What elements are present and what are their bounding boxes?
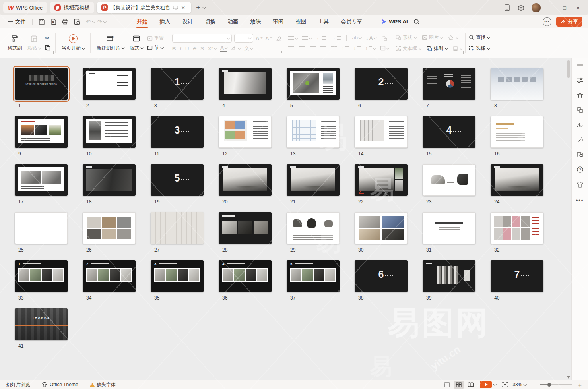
slide-thumbnail-40[interactable]: 7 <box>491 260 543 292</box>
slide-thumbnail-10[interactable] <box>83 116 136 148</box>
zoom-chevron-icon[interactable] <box>524 383 527 386</box>
object-properties-icon[interactable] <box>576 77 584 84</box>
scroll-down-arrow-icon[interactable] <box>567 376 570 379</box>
zoom-percentage[interactable]: 33% <box>512 382 522 387</box>
slide-thumbnail-23[interactable] <box>423 164 475 196</box>
more-panel-icon[interactable]: ••• <box>576 197 584 203</box>
slide-thumbnail-2[interactable] <box>83 68 136 100</box>
theme-button[interactable]: Office Theme <box>39 382 81 387</box>
slide-thumbnail-28[interactable] <box>219 212 272 244</box>
slide-thumbnail-12[interactable] <box>219 116 272 148</box>
slide-thumbnail-11[interactable]: 3 <box>151 116 204 148</box>
print-preview-icon[interactable] <box>74 19 80 25</box>
reading-view-icon[interactable] <box>466 381 476 389</box>
slide-thumbnail-15[interactable]: 4 <box>423 116 475 148</box>
zoom-slider[interactable] <box>540 384 572 385</box>
slide-thumbnail-1[interactable]: INTERIOR PROGRAM DESIGN <box>15 68 68 100</box>
tab-list-chevron-icon[interactable] <box>203 6 206 9</box>
slide-thumbnail-35[interactable]: 3 <box>151 260 204 292</box>
user-avatar[interactable] <box>532 3 541 12</box>
zoom-slider-knob[interactable] <box>547 383 551 387</box>
slide-thumbnail-21[interactable] <box>287 164 340 196</box>
more-tools-icon[interactable]: ••• <box>543 17 551 26</box>
slide-thumbnail-3[interactable]: 1 <box>151 68 204 100</box>
slide-sorter-view-icon[interactable] <box>454 381 464 389</box>
menu-tab-review[interactable]: 审阅 <box>267 15 289 28</box>
slide-thumbnail-31[interactable] <box>423 212 475 244</box>
menu-tab-animation[interactable]: 动画 <box>221 15 244 28</box>
slide-thumbnail-34[interactable]: 2 <box>83 260 136 292</box>
signature-icon[interactable] <box>576 122 584 128</box>
slide-thumbnail-37[interactable]: 5 <box>287 260 340 292</box>
slide-thumbnail-29[interactable] <box>287 212 340 244</box>
play-options-chevron-icon[interactable] <box>493 383 497 386</box>
zoom-in-button[interactable]: + <box>576 381 584 388</box>
slide-thumbnail-20[interactable] <box>219 164 272 196</box>
search-icon[interactable] <box>413 19 420 25</box>
slide-thumbnail-4[interactable] <box>219 68 272 100</box>
slide-thumbnail-41[interactable]: THANKS <box>15 308 68 340</box>
mobile-device-icon[interactable] <box>505 4 510 11</box>
slide-thumbnail-32[interactable] <box>491 212 543 244</box>
cut-icon[interactable]: ✂ <box>45 35 50 41</box>
save-icon[interactable] <box>39 19 45 25</box>
missing-fonts-button[interactable]: 缺失字体 <box>87 381 118 388</box>
new-slide-button[interactable]: 新建幻灯片 <box>94 35 127 52</box>
slide-thumbnail-27[interactable] <box>151 212 204 244</box>
normal-view-icon[interactable] <box>442 381 452 389</box>
file-menu-button[interactable]: 文件 <box>5 18 29 25</box>
slide-thumbnail-7[interactable] <box>423 68 475 100</box>
menu-tab-view[interactable]: 视图 <box>289 15 312 28</box>
slide-thumbnail-8[interactable] <box>491 68 543 100</box>
zoom-out-button[interactable]: − <box>528 381 537 388</box>
scrollbar-thumb[interactable] <box>567 60 570 78</box>
menu-tab-transition[interactable]: 切换 <box>199 15 221 28</box>
slide-thumbnail-14[interactable] <box>355 116 408 148</box>
slide-thumbnail-17[interactable] <box>15 164 68 196</box>
menu-tab-member[interactable]: 会员专享 <box>335 15 368 28</box>
find-button[interactable]: 查找 <box>469 34 489 41</box>
slide-thumbnail-38[interactable]: 6 <box>355 260 408 292</box>
skin-theme-icon[interactable] <box>576 181 584 188</box>
slide-thumbnail-30[interactable] <box>355 212 408 244</box>
tab-wps-office[interactable]: W WPS Office <box>3 2 47 13</box>
magic-wand-icon[interactable] <box>576 136 584 143</box>
menu-tab-tools[interactable]: 工具 <box>312 15 335 28</box>
slide-thumbnail-18[interactable] <box>83 164 136 196</box>
slide-thumbnail-5[interactable] <box>287 68 340 100</box>
select-button[interactable]: 选择 <box>469 45 489 52</box>
3d-box-icon[interactable] <box>518 4 524 11</box>
copy-icon[interactable] <box>45 45 50 51</box>
minimize-button[interactable]: — <box>544 2 558 14</box>
close-button[interactable]: × <box>571 2 585 14</box>
menu-tab-slideshow[interactable]: 放映 <box>244 15 267 28</box>
fit-to-window-icon[interactable] <box>500 381 510 389</box>
slide-thumbnail-33[interactable]: 1 <box>15 260 68 292</box>
help-icon[interactable]: ? <box>576 166 584 173</box>
slide-thumbnail-24[interactable] <box>491 164 543 196</box>
vertical-scrollbar[interactable] <box>566 58 571 380</box>
screen-share-icon[interactable] <box>173 6 178 10</box>
effects-star-icon[interactable] <box>576 92 584 99</box>
slide-thumbnail-9[interactable] <box>15 116 68 148</box>
slide-thumbnail-26[interactable] <box>83 212 136 244</box>
tab-document[interactable]: P 【集艾设计】森兰美奂租售中 ✕ <box>97 2 191 13</box>
slideshow-play-button[interactable] <box>480 381 492 388</box>
slide-layout-button[interactable]: 版式 <box>127 35 146 52</box>
toolbar-customize-chevron-icon[interactable] <box>103 20 107 23</box>
slide-thumbnail-22[interactable] <box>355 164 408 196</box>
clipboard-dialog-launcher-icon[interactable] <box>50 51 54 54</box>
format-painter-button[interactable]: 格式刷 <box>5 35 25 52</box>
slide-thumbnail-39[interactable] <box>423 260 475 292</box>
slide-thumbnail-16[interactable] <box>491 116 543 148</box>
slide-thumbnail-6[interactable]: 2 <box>355 68 408 100</box>
arrange-button[interactable]: 排列 <box>427 45 447 52</box>
print-icon[interactable] <box>62 19 68 25</box>
export-pdf-icon[interactable]: P <box>50 19 56 25</box>
slide-thumbnail-36[interactable]: 4 <box>219 260 272 292</box>
wps-ai-button[interactable]: WPS AI <box>381 19 408 25</box>
menu-tab-design[interactable]: 设计 <box>176 15 199 28</box>
maximize-button[interactable]: □ <box>558 2 571 14</box>
switch-shapes-icon[interactable] <box>576 107 584 114</box>
menu-tab-insert[interactable]: 插入 <box>153 15 176 28</box>
